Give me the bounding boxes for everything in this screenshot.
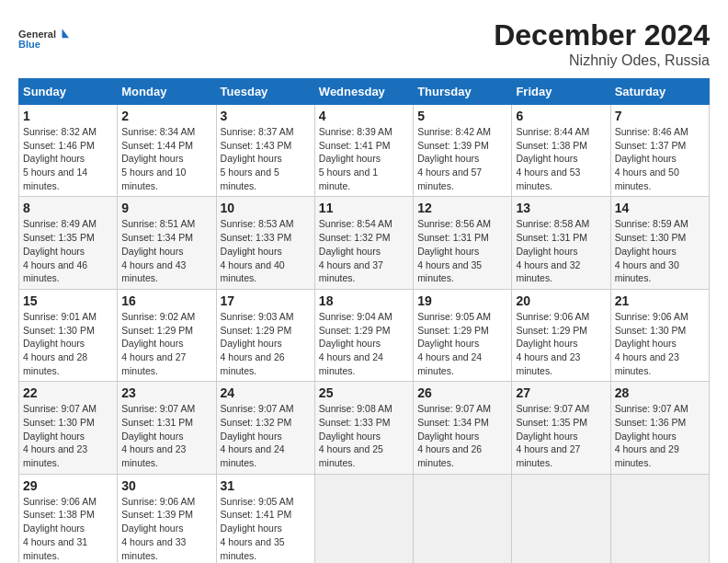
calendar-cell: 19 Sunrise: 9:05 AM Sunset: 1:29 PM Dayl… [414, 289, 512, 381]
calendar-cell: 15 Sunrise: 9:01 AM Sunset: 1:30 PM Dayl… [19, 289, 118, 381]
day-info: Sunrise: 9:04 AM Sunset: 1:29 PM Dayligh… [319, 310, 409, 377]
day-number: 17 [221, 293, 311, 308]
day-info: Sunrise: 9:07 AM Sunset: 1:30 PM Dayligh… [23, 402, 113, 469]
calendar-cell: 10 Sunrise: 8:53 AM Sunset: 1:33 PM Dayl… [216, 197, 314, 289]
day-info: Sunrise: 9:06 AM Sunset: 1:39 PM Dayligh… [121, 495, 211, 562]
calendar-cell: 24 Sunrise: 9:07 AM Sunset: 1:32 PM Dayl… [216, 382, 314, 474]
calendar-cell: 18 Sunrise: 9:04 AM Sunset: 1:29 PM Dayl… [314, 289, 413, 381]
calendar-cell: 4 Sunrise: 8:39 AM Sunset: 1:41 PM Dayli… [314, 105, 413, 197]
weekday-header: Tuesday [216, 79, 314, 105]
day-number: 18 [319, 293, 409, 308]
calendar-week-row: 15 Sunrise: 9:01 AM Sunset: 1:30 PM Dayl… [19, 289, 710, 381]
day-number: 6 [516, 109, 606, 123]
svg-text:General: General [18, 29, 56, 40]
day-number: 26 [417, 385, 507, 400]
day-info: Sunrise: 9:07 AM Sunset: 1:35 PM Dayligh… [516, 402, 606, 469]
day-number: 22 [23, 385, 113, 400]
day-number: 20 [516, 293, 606, 308]
day-info: Sunrise: 8:32 AM Sunset: 1:46 PM Dayligh… [23, 125, 113, 192]
day-number: 15 [23, 293, 113, 308]
day-number: 12 [417, 201, 507, 215]
day-number: 31 [221, 478, 311, 493]
day-info: Sunrise: 8:42 AM Sunset: 1:39 PM Dayligh… [417, 125, 507, 192]
day-number: 10 [221, 201, 311, 215]
day-number: 14 [615, 201, 705, 215]
day-info: Sunrise: 8:54 AM Sunset: 1:32 PM Dayligh… [319, 217, 409, 284]
day-info: Sunrise: 9:02 AM Sunset: 1:29 PM Dayligh… [121, 310, 211, 377]
day-number: 21 [615, 293, 705, 308]
day-number: 27 [516, 385, 606, 400]
day-number: 25 [319, 385, 409, 400]
calendar-cell: 14 Sunrise: 8:59 AM Sunset: 1:30 PM Dayl… [610, 197, 709, 289]
svg-text:Blue: Blue [18, 39, 40, 50]
day-info: Sunrise: 9:07 AM Sunset: 1:31 PM Dayligh… [121, 402, 211, 469]
day-number: 4 [319, 109, 409, 123]
day-info: Sunrise: 9:01 AM Sunset: 1:30 PM Dayligh… [23, 310, 113, 377]
calendar-cell: 11 Sunrise: 8:54 AM Sunset: 1:32 PM Dayl… [314, 197, 413, 289]
day-number: 24 [221, 385, 311, 400]
day-number: 1 [23, 109, 113, 123]
calendar-cell [314, 474, 413, 563]
calendar-cell: 22 Sunrise: 9:07 AM Sunset: 1:30 PM Dayl… [19, 382, 118, 474]
calendar-cell: 31 Sunrise: 9:05 AM Sunset: 1:41 PM Dayl… [216, 474, 314, 563]
calendar-week-row: 29 Sunrise: 9:06 AM Sunset: 1:38 PM Dayl… [19, 474, 710, 563]
day-info: Sunrise: 9:08 AM Sunset: 1:33 PM Dayligh… [319, 402, 409, 469]
day-number: 9 [121, 201, 211, 215]
calendar-cell: 28 Sunrise: 9:07 AM Sunset: 1:36 PM Dayl… [610, 382, 709, 474]
day-number: 16 [121, 293, 211, 308]
day-info: Sunrise: 8:34 AM Sunset: 1:44 PM Dayligh… [121, 125, 211, 192]
day-info: Sunrise: 9:05 AM Sunset: 1:41 PM Dayligh… [221, 495, 311, 562]
day-info: Sunrise: 9:06 AM Sunset: 1:30 PM Dayligh… [615, 310, 705, 377]
day-info: Sunrise: 9:05 AM Sunset: 1:29 PM Dayligh… [417, 310, 507, 377]
weekday-header: Thursday [414, 79, 512, 105]
location-subtitle: Nizhniy Odes, Russia [494, 52, 710, 69]
day-info: Sunrise: 8:51 AM Sunset: 1:34 PM Dayligh… [121, 217, 211, 284]
calendar-cell: 21 Sunrise: 9:06 AM Sunset: 1:30 PM Dayl… [610, 289, 709, 381]
day-info: Sunrise: 9:06 AM Sunset: 1:29 PM Dayligh… [516, 310, 606, 377]
day-number: 3 [221, 109, 311, 123]
svg-marker-2 [63, 29, 70, 38]
calendar-cell: 1 Sunrise: 8:32 AM Sunset: 1:46 PM Dayli… [19, 105, 118, 197]
day-number: 30 [121, 478, 211, 493]
calendar-week-row: 22 Sunrise: 9:07 AM Sunset: 1:30 PM Dayl… [19, 382, 710, 474]
weekday-header: Friday [512, 79, 610, 105]
calendar-cell: 5 Sunrise: 8:42 AM Sunset: 1:39 PM Dayli… [414, 105, 512, 197]
calendar-cell: 30 Sunrise: 9:06 AM Sunset: 1:39 PM Dayl… [118, 474, 216, 563]
day-number: 23 [121, 385, 211, 400]
day-info: Sunrise: 8:58 AM Sunset: 1:31 PM Dayligh… [516, 217, 606, 284]
calendar-cell: 16 Sunrise: 9:02 AM Sunset: 1:29 PM Dayl… [118, 289, 216, 381]
calendar-cell: 2 Sunrise: 8:34 AM Sunset: 1:44 PM Dayli… [118, 105, 216, 197]
day-number: 19 [417, 293, 507, 308]
calendar-cell [610, 474, 709, 563]
weekday-header: Monday [118, 79, 216, 105]
day-number: 8 [23, 201, 113, 215]
calendar-cell: 25 Sunrise: 9:08 AM Sunset: 1:33 PM Dayl… [314, 382, 413, 474]
calendar-cell: 26 Sunrise: 9:07 AM Sunset: 1:34 PM Dayl… [414, 382, 512, 474]
calendar-table: SundayMondayTuesdayWednesdayThursdayFrid… [18, 78, 710, 563]
calendar-cell: 12 Sunrise: 8:56 AM Sunset: 1:31 PM Dayl… [414, 197, 512, 289]
calendar-cell: 9 Sunrise: 8:51 AM Sunset: 1:34 PM Dayli… [118, 197, 216, 289]
logo-icon: General Blue [18, 18, 69, 60]
calendar-cell: 17 Sunrise: 9:03 AM Sunset: 1:29 PM Dayl… [216, 289, 314, 381]
day-number: 2 [121, 109, 211, 123]
calendar-cell: 20 Sunrise: 9:06 AM Sunset: 1:29 PM Dayl… [512, 289, 610, 381]
calendar-cell [512, 474, 610, 563]
day-number: 7 [615, 109, 705, 123]
calendar-cell [414, 474, 512, 563]
calendar-cell: 3 Sunrise: 8:37 AM Sunset: 1:43 PM Dayli… [216, 105, 314, 197]
calendar-cell: 6 Sunrise: 8:44 AM Sunset: 1:38 PM Dayli… [512, 105, 610, 197]
day-info: Sunrise: 9:06 AM Sunset: 1:38 PM Dayligh… [23, 495, 113, 562]
calendar-cell: 23 Sunrise: 9:07 AM Sunset: 1:31 PM Dayl… [118, 382, 216, 474]
calendar-cell: 7 Sunrise: 8:46 AM Sunset: 1:37 PM Dayli… [610, 105, 709, 197]
day-number: 28 [615, 385, 705, 400]
month-title: December 2024 [494, 18, 710, 52]
day-info: Sunrise: 9:07 AM Sunset: 1:32 PM Dayligh… [221, 402, 311, 469]
page-header: General Blue December 2024 Nizhniy Odes,… [18, 18, 710, 69]
day-info: Sunrise: 8:37 AM Sunset: 1:43 PM Dayligh… [221, 125, 311, 192]
day-info: Sunrise: 8:44 AM Sunset: 1:38 PM Dayligh… [516, 125, 606, 192]
day-number: 13 [516, 201, 606, 215]
day-info: Sunrise: 8:56 AM Sunset: 1:31 PM Dayligh… [417, 217, 507, 284]
calendar-cell: 27 Sunrise: 9:07 AM Sunset: 1:35 PM Dayl… [512, 382, 610, 474]
day-info: Sunrise: 9:07 AM Sunset: 1:36 PM Dayligh… [615, 402, 705, 469]
weekday-header: Wednesday [314, 79, 413, 105]
